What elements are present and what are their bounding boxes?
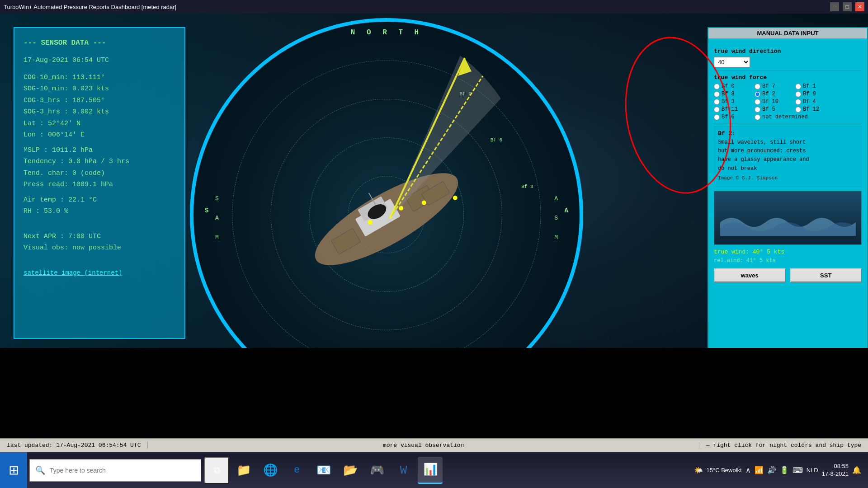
windows-icon: ⊞ bbox=[9, 463, 19, 478]
panel-buttons: waves SST bbox=[714, 268, 862, 282]
bf-desc-text: Small wavelets, still short but more pro… bbox=[718, 138, 858, 173]
taskbar-files[interactable]: 📂 bbox=[338, 457, 363, 484]
chevron-up-icon[interactable]: ∧ bbox=[745, 466, 751, 474]
true-wind-info: true wind: 40° 5 kts bbox=[714, 249, 862, 255]
keyboard-icon: ⌨ bbox=[793, 466, 803, 474]
close-button[interactable]: ✕ bbox=[855, 2, 864, 11]
network-icon: 🌤️ bbox=[694, 466, 703, 474]
bf5-option[interactable]: Bf 5 bbox=[755, 106, 791, 113]
cog-10min: COG-10_min: 113.111° bbox=[24, 72, 175, 84]
bfnd-option[interactable]: not determined bbox=[755, 114, 818, 120]
taskbar-word[interactable]: W bbox=[391, 457, 416, 484]
bf-selected-title: Bf 2: bbox=[718, 130, 858, 137]
battery-icon: 🔋 bbox=[780, 466, 789, 474]
tendency: Tendency : 0.0 hPa / 3 hrs bbox=[24, 156, 175, 168]
sog-10min: SOG-10_min: 0.023 kts bbox=[24, 83, 175, 95]
sensor-header: --- SENSOR DATA --- bbox=[24, 37, 175, 49]
taskbar-explorer[interactable]: 📁 bbox=[231, 457, 256, 484]
cog-3hrs: COG-3_hrs : 187.505° bbox=[24, 95, 175, 107]
status-right: — right click for night colors and ship … bbox=[699, 442, 868, 449]
status-bar: last updated: 17-Aug-2021 06:54:54 UTC m… bbox=[0, 438, 868, 452]
bf-description-box: Bf 2: Small wavelets, still short but mo… bbox=[714, 126, 862, 187]
window-title: TurboWin+ Automated Pressure Reports Das… bbox=[4, 4, 176, 10]
waves-button[interactable]: waves bbox=[714, 268, 786, 282]
wind-direction-label: true wind direction bbox=[714, 48, 862, 55]
bf1-option[interactable]: Bf 1 bbox=[795, 83, 831, 89]
bf7-option[interactable]: Bf 7 bbox=[755, 83, 791, 89]
mslp: MSLP : 1011.2 hPa bbox=[24, 145, 175, 156]
taskview-button[interactable]: ⧉ bbox=[204, 457, 229, 484]
lat: Lat : 52°42' N bbox=[24, 118, 175, 130]
taskbar-chrome[interactable]: 🌐 bbox=[258, 457, 283, 484]
bf11-option[interactable]: Bf 11 bbox=[714, 106, 750, 113]
taskbar-edge[interactable]: e bbox=[284, 457, 309, 484]
search-icon: 🔍 bbox=[35, 465, 45, 475]
datetime: 17-Aug-2021 06:54 UTC bbox=[24, 56, 109, 64]
sog-3hrs: SOG-3_hrs : 0.002 kts bbox=[24, 106, 175, 118]
notifications-icon[interactable]: 🔔 bbox=[852, 466, 861, 474]
radar-display: N O R T H H L U O S A S Bf 9 Bf 6 Bf 3 S… bbox=[190, 18, 583, 348]
wifi-icon: 📶 bbox=[755, 466, 764, 474]
press-read: Press read: 1009.1 hPa bbox=[24, 179, 175, 191]
wave-svg bbox=[720, 200, 856, 236]
search-input[interactable] bbox=[50, 467, 195, 474]
bf9-option[interactable]: Bf 9 bbox=[795, 91, 831, 97]
wave-image bbox=[714, 191, 862, 245]
volume-icon: 🔊 bbox=[767, 466, 776, 474]
minimize-button[interactable]: ─ bbox=[830, 2, 839, 11]
sensor-panel: --- SENSOR DATA --- 17-Aug-2021 06:54 UT… bbox=[14, 27, 185, 339]
next-apr: Next APR : 7:00 UTC bbox=[24, 231, 175, 243]
clock-display: 08:55 17-8-2021 bbox=[822, 463, 849, 478]
search-bar[interactable]: 🔍 bbox=[29, 459, 201, 482]
bf3-option[interactable]: Bf 3 bbox=[714, 99, 750, 105]
bf4-option[interactable]: Bf 4 bbox=[795, 99, 831, 105]
bf8-option[interactable]: Bf 8 bbox=[714, 91, 750, 97]
image-credit: Image © G.J. Simpson bbox=[718, 175, 858, 181]
sst-button[interactable]: SST bbox=[790, 268, 862, 282]
manual-data-panel: MANUAL DATA INPUT true wind direction 40… bbox=[708, 27, 868, 348]
bf12-option[interactable]: Bf 12 bbox=[795, 106, 831, 113]
window-controls: ─ □ ✕ bbox=[830, 2, 864, 11]
bf2-option[interactable]: Bf 2 bbox=[755, 91, 791, 97]
wind-force-label: true wind force bbox=[714, 74, 862, 81]
status-left: last updated: 17-Aug-2021 06:54:54 UTC bbox=[0, 442, 148, 449]
wind-direction-select[interactable]: 40 0 90 180 270 bbox=[714, 57, 750, 67]
main-content: --- SENSOR DATA --- 17-Aug-2021 06:54 UT… bbox=[0, 14, 868, 348]
weather-display: 15°C Bewolkt bbox=[707, 467, 742, 474]
bf10-option[interactable]: Bf 10 bbox=[755, 99, 791, 105]
system-tray: 🌤️ 15°C Bewolkt ∧ 📶 🔊 🔋 ⌨ NLD 08:55 17-8… bbox=[687, 463, 868, 478]
status-center: more visual observation bbox=[148, 442, 698, 449]
taskbar: ⊞ 🔍 ⧉ 📁 🌐 e 📧 📂 🎮 W 📊 🌤️ 15°C Bewolkt ∧ … bbox=[0, 452, 868, 488]
taskbar-puzzle[interactable]: 🎮 bbox=[364, 457, 389, 484]
taskbar-turbowing[interactable]: 📊 bbox=[418, 457, 443, 484]
start-button[interactable]: ⊞ bbox=[0, 452, 27, 488]
rel-wind-info: rel.wind: 41° 5 kts bbox=[714, 258, 862, 264]
rh: RH : 53.0 % bbox=[24, 206, 175, 217]
bf6-option[interactable]: Bf 6 bbox=[714, 114, 750, 120]
panel-title: MANUAL DATA INPUT bbox=[708, 28, 867, 39]
bf-radio-group: Bf 0 Bf 7 Bf 1 Bf 8 Bf 2 bbox=[714, 83, 862, 120]
taskbar-outlook[interactable]: 📧 bbox=[311, 457, 336, 484]
tend-char: Tend. char: 0 (code) bbox=[24, 168, 175, 179]
maximize-button[interactable]: □ bbox=[843, 2, 852, 11]
visual-obs: Visual obs: now possible bbox=[24, 242, 175, 254]
bf0-option[interactable]: Bf 0 bbox=[714, 83, 750, 89]
satellite-link[interactable]: satellite image (internet) bbox=[24, 269, 122, 277]
title-bar: TurboWin+ Automated Pressure Reports Das… bbox=[0, 0, 868, 14]
language-display: NLD bbox=[807, 467, 818, 474]
lon: Lon : 006°14' E bbox=[24, 129, 175, 141]
air-temp: Air temp : 22.1 °C bbox=[24, 194, 175, 206]
wind-arrows bbox=[193, 22, 583, 348]
